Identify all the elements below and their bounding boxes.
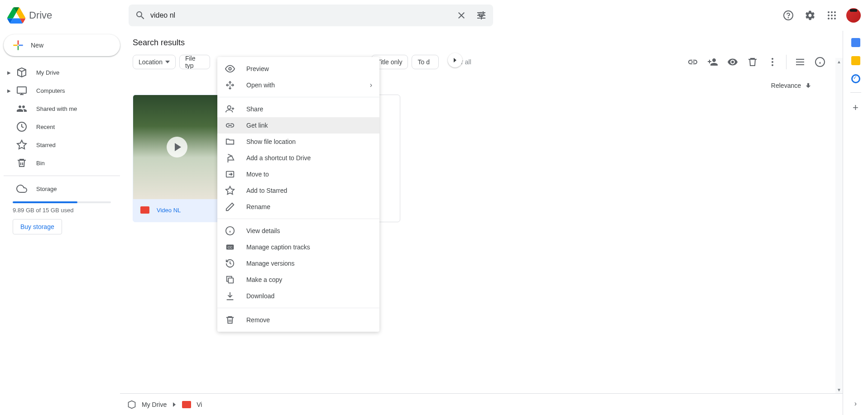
svg-point-10 (834, 18, 836, 19)
chevron-right-icon: › (370, 81, 372, 89)
sidebar-item-label: Recent (36, 124, 55, 130)
collapse-panel-icon[interactable]: › (854, 400, 857, 408)
sidebar-item-label: Starred (36, 142, 56, 148)
menu-item-rename[interactable]: Rename (217, 199, 379, 215)
menu-item-show-file-location[interactable]: Show file location (217, 134, 379, 150)
shared-icon (16, 103, 27, 114)
calendar-app-icon[interactable] (851, 38, 860, 47)
share-icon[interactable] (703, 53, 723, 71)
filter-location[interactable]: Location (133, 55, 176, 69)
copy-icon (225, 274, 235, 285)
info-icon (225, 225, 235, 236)
svg-point-15 (772, 64, 773, 66)
new-button[interactable]: New (4, 34, 120, 56)
play-icon (167, 137, 187, 157)
file-thumbnail (133, 95, 221, 199)
file-name: Video NL (157, 207, 181, 214)
history-icon (225, 258, 235, 269)
sidebar-item-label: Shared with me (36, 105, 77, 112)
svg-point-4 (834, 11, 836, 13)
sidebar-item-label: My Drive (36, 69, 59, 76)
menu-item-share[interactable]: Share (217, 101, 379, 117)
sidebar-item-recent[interactable]: Recent (4, 118, 120, 136)
preview-icon[interactable] (723, 53, 743, 71)
svg-point-17 (229, 67, 231, 70)
remove-icon[interactable] (743, 53, 762, 71)
menu-item-make-a-copy[interactable]: Make a copy (217, 272, 379, 288)
search-icon[interactable] (130, 5, 150, 25)
more-actions-icon[interactable] (762, 53, 782, 71)
file-card[interactable]: Video NL (133, 95, 221, 222)
breadcrumb-root[interactable]: My Drive (142, 401, 167, 408)
svg-point-2 (828, 11, 830, 13)
menu-item-manage-versions[interactable]: Manage versions (217, 255, 379, 272)
eye-icon (225, 63, 235, 74)
sidebar-item-my-drive[interactable]: ▶ My Drive (4, 63, 120, 81)
menu-item-add-a-shortcut-to-drive[interactable]: Add a shortcut to Drive (217, 150, 379, 166)
sidebar-item-computers[interactable]: ▶ Computers (4, 81, 120, 100)
support-icon[interactable] (777, 5, 799, 26)
my-drive-icon (16, 67, 27, 78)
menu-item-add-to-starred[interactable]: Add to Starred (217, 182, 379, 199)
svg-point-18 (228, 106, 231, 109)
sidebar-item-starred[interactable]: Starred (4, 136, 120, 154)
menu-item-download[interactable]: Download (217, 288, 379, 304)
scrollbar[interactable]: ▲ ▼ (835, 58, 843, 393)
svg-rect-23 (228, 278, 233, 283)
app-name: Drive (29, 10, 52, 21)
menu-item-open-with[interactable]: Open with› (217, 77, 379, 93)
menu-item-get-link[interactable]: Get link (217, 117, 379, 134)
new-button-label: New (31, 42, 43, 49)
scroll-filters-next[interactable] (448, 53, 462, 67)
svg-point-9 (831, 18, 833, 19)
account-avatar[interactable] (846, 8, 861, 23)
svg-text:CC: CC (228, 245, 233, 249)
video-file-icon (182, 401, 191, 408)
search-input[interactable] (150, 11, 451, 19)
search-options-icon[interactable] (471, 5, 491, 25)
star-icon (225, 185, 235, 196)
menu-item-manage-caption-tracks[interactable]: CCManage caption tracks (217, 239, 379, 255)
add-app-icon[interactable]: + (853, 102, 858, 114)
side-panel: + › (843, 31, 868, 415)
sort-button[interactable]: Relevance (771, 82, 812, 89)
storage-text: 9.89 GB of 15 GB used (4, 207, 120, 214)
filter-file-type[interactable]: File typ (179, 55, 210, 69)
context-menu: PreviewOpen with›ShareGet linkShow file … (217, 57, 379, 332)
details-icon[interactable] (810, 53, 830, 71)
drive-logo-icon (7, 6, 25, 24)
menu-item-move-to[interactable]: Move to (217, 166, 379, 182)
chevron-right-icon: ▶ (7, 70, 13, 75)
chevron-right-icon: ▶ (7, 88, 13, 93)
sidebar-item-shared[interactable]: Shared with me (4, 100, 120, 118)
menu-item-view-details[interactable]: View details (217, 223, 379, 239)
move-icon (225, 169, 235, 180)
video-file-icon (140, 206, 149, 214)
get-link-icon[interactable] (683, 53, 703, 71)
svg-point-5 (828, 14, 830, 16)
buy-storage-button[interactable]: Buy storage (13, 219, 62, 234)
tasks-app-icon[interactable] (851, 74, 860, 83)
sidebar-item-bin[interactable]: Bin (4, 154, 120, 172)
folder-icon (225, 136, 235, 147)
computers-icon (16, 85, 27, 96)
clear-search-icon[interactable] (451, 5, 471, 25)
trash-icon (225, 315, 235, 325)
open-with-icon (225, 80, 235, 91)
sidebar-item-storage[interactable]: Storage (4, 180, 120, 198)
sidebar-item-label: Computers (36, 87, 65, 94)
list-view-icon[interactable] (790, 53, 810, 71)
menu-item-preview[interactable]: Preview (217, 61, 379, 77)
settings-icon[interactable] (799, 5, 821, 26)
cc-icon: CC (225, 242, 235, 253)
sidebar-item-label: Storage (36, 186, 57, 192)
filter-to-do[interactable]: To d (412, 55, 439, 69)
keep-app-icon[interactable] (851, 56, 860, 65)
menu-item-remove[interactable]: Remove (217, 312, 379, 328)
apps-icon[interactable] (821, 5, 843, 26)
sidebar: New ▶ My Drive ▶ Computers Shared with m… (0, 31, 120, 415)
page-title: Search results (133, 38, 830, 48)
my-drive-icon (127, 400, 136, 409)
cloud-icon (16, 183, 27, 194)
sidebar-item-label: Bin (36, 160, 45, 167)
